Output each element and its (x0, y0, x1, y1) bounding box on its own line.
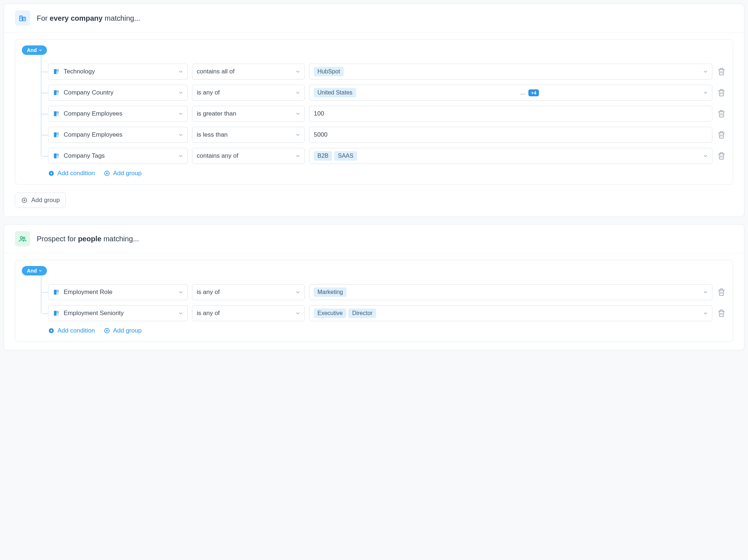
svg-point-11 (23, 237, 25, 239)
divider (4, 253, 744, 253)
clearbit-icon (53, 68, 60, 75)
overflow-count-badge: +4 (528, 89, 539, 96)
people-card-header: Prospect for people matching... (4, 225, 744, 253)
operator-select[interactable]: contains any of (192, 148, 305, 164)
group-operator-label: And (27, 268, 37, 274)
field-label: Employment Role (64, 289, 112, 296)
value-select[interactable]: Executive Director (309, 305, 712, 321)
chevron-down-icon (178, 69, 184, 74)
value-select[interactable]: HubSpot (309, 64, 712, 80)
add-group-button[interactable]: Add group (104, 327, 141, 334)
chevron-down-icon (703, 310, 708, 316)
operator-select[interactable]: is less than (192, 127, 305, 143)
field-select[interactable]: Employment Seniority (48, 305, 188, 321)
add-group-label: Add group (113, 327, 141, 334)
field-select[interactable]: Company Employees (48, 127, 188, 143)
delete-condition-button[interactable] (717, 288, 725, 296)
operator-label: contains all of (197, 68, 235, 75)
group-operator-pill[interactable]: And (22, 45, 47, 55)
outer-add-group-button[interactable]: Add group (15, 193, 66, 208)
outer-add-group-label: Add group (31, 197, 60, 204)
group-operator-pill[interactable]: And (22, 266, 47, 275)
clearbit-icon (53, 110, 60, 117)
operator-select[interactable]: is any of (192, 85, 305, 101)
value-tag: HubSpot (314, 67, 344, 76)
add-condition-button[interactable]: Add condition (48, 170, 95, 177)
add-condition-button[interactable]: Add condition (48, 327, 95, 334)
plus-circle-filled-icon (48, 327, 55, 334)
condition-row: Company Employees is less than (48, 127, 725, 143)
chevron-down-icon (178, 132, 184, 138)
value-input[interactable] (309, 106, 712, 122)
plus-circle-outline-icon (104, 170, 110, 177)
delete-condition-button[interactable] (717, 110, 725, 118)
add-condition-label: Add condition (57, 327, 95, 334)
chevron-down-icon (703, 153, 708, 159)
value-input[interactable] (309, 127, 712, 143)
chevron-down-icon (703, 69, 708, 74)
operator-select[interactable]: is any of (192, 284, 305, 300)
field-label: Technology (64, 68, 95, 75)
people-icon (15, 231, 30, 246)
delete-condition-button[interactable] (717, 89, 725, 97)
delete-condition-button[interactable] (717, 131, 725, 139)
group-actions: Add condition Add group (48, 170, 725, 177)
operator-label: is any of (197, 310, 220, 317)
value-select[interactable]: Marketing (309, 284, 712, 300)
operator-label: contains any of (197, 152, 238, 160)
condition-row: Company Country is any of United States … (48, 85, 725, 101)
value-tag: Marketing (314, 287, 347, 297)
add-condition-label: Add condition (57, 170, 95, 177)
operator-label: is less than (197, 131, 228, 138)
field-label: Company Employees (64, 110, 123, 117)
value-tag: SAAS (334, 151, 357, 161)
chevron-down-icon (38, 269, 43, 273)
plus-circle-filled-icon (48, 170, 55, 177)
company-card-header: For every company matching... (4, 4, 744, 32)
field-label: Company Tags (64, 152, 105, 160)
field-select[interactable]: Employment Role (48, 284, 188, 300)
add-group-button[interactable]: Add group (104, 170, 141, 177)
field-select[interactable]: Company Employees (48, 106, 188, 122)
delete-condition-button[interactable] (717, 309, 725, 317)
company-header-text: For every company matching... (37, 14, 140, 23)
condition-row: Company Employees is greater than (48, 106, 725, 122)
chevron-down-icon (178, 153, 184, 159)
field-select[interactable]: Technology (48, 64, 188, 80)
operator-select[interactable]: is any of (192, 305, 305, 321)
header-bold: people (78, 235, 101, 243)
delete-condition-button[interactable] (717, 152, 725, 160)
condition-list: Technology contains all of HubSpot Compa… (23, 46, 725, 177)
value-select[interactable]: B2B SAAS (309, 148, 712, 164)
chevron-down-icon (703, 289, 708, 295)
chevron-down-icon (38, 48, 43, 52)
company-icon (15, 11, 30, 26)
header-suffix: matching... (103, 14, 140, 22)
value-text-input[interactable] (314, 131, 708, 138)
add-group-label: Add group (113, 170, 141, 177)
value-tag: United States (314, 88, 356, 97)
chevron-down-icon (295, 69, 301, 74)
condition-row: Technology contains all of HubSpot (48, 64, 725, 80)
field-select[interactable]: Company Country (48, 85, 188, 101)
operator-select[interactable]: contains all of (192, 64, 305, 80)
header-suffix: matching... (101, 235, 139, 243)
plus-circle-outline-icon (21, 197, 28, 204)
people-filter-card: Prospect for people matching... And Empl… (4, 224, 744, 350)
clearbit-icon (53, 131, 60, 138)
divider (4, 32, 744, 33)
company-filter-card: For every company matching... And Techno… (4, 4, 744, 217)
operator-label: is any of (197, 89, 220, 96)
company-condition-group: And Technology contains all of HubSpot (15, 39, 733, 185)
chevron-down-icon (295, 310, 301, 316)
operator-select[interactable]: is greater than (192, 106, 305, 122)
condition-list: Employment Role is any of Marketing Empl… (23, 267, 725, 334)
field-select[interactable]: Company Tags (48, 148, 188, 164)
chevron-down-icon (295, 111, 301, 117)
value-select[interactable]: United States ... +4 (309, 85, 712, 101)
svg-point-10 (20, 237, 23, 239)
value-text-input[interactable] (314, 110, 708, 117)
delete-condition-button[interactable] (717, 68, 725, 76)
chevron-down-icon (295, 132, 301, 138)
chevron-down-icon (703, 90, 708, 96)
